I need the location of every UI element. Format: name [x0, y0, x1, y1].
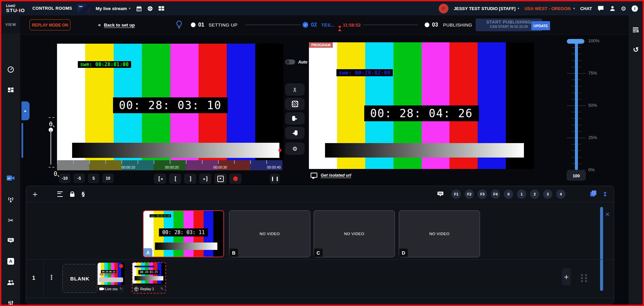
toggle-track[interactable]: [285, 59, 295, 64]
media-reel-icon[interactable]: [147, 5, 153, 12]
jump-fwd-10-button[interactable]: 10: [102, 174, 114, 183]
lightbulb-icon[interactable]: [176, 20, 182, 30]
replay-source-tile[interactable]: 00:28:01:25 Replay 1 ✎: [132, 262, 166, 294]
resize-updown-icon[interactable]: ↕: [602, 190, 608, 198]
jump-back-10-button[interactable]: -10: [59, 174, 70, 183]
volume-fader-track[interactable]: [575, 41, 578, 170]
edit-pencil-icon[interactable]: ✎: [119, 287, 123, 291]
sidebar-item-layouts[interactable]: [1, 87, 20, 94]
zoom-out-icon[interactable]: −: [54, 171, 57, 176]
record-button[interactable]: [229, 174, 241, 184]
globe-icon: [134, 287, 139, 291]
region-selector[interactable]: USA WEST - OREGON ▾: [525, 6, 575, 11]
unlock-icon[interactable]: [70, 193, 74, 197]
sidebar-item-captions-keyboard[interactable]: [1, 237, 20, 244]
sidebar-item-audio-mixer[interactable]: [1, 300, 20, 306]
duplicate-icon[interactable]: [590, 192, 595, 196]
no-video-label: NO VIDEO: [260, 232, 280, 236]
numkey-2-button[interactable]: 2: [530, 189, 539, 199]
zoom-slider-track[interactable]: [50, 130, 51, 165]
preview-monitor[interactable]: swe: 00:28:01:00 00: 28: 03: 10: [57, 44, 283, 161]
user-icon[interactable]: [609, 5, 615, 11]
numkey-0-button[interactable]: 0: [504, 189, 513, 199]
camera-icon: [99, 288, 103, 290]
cut-button[interactable]: ✂: [285, 83, 305, 96]
add-row-icon[interactable]: +: [32, 190, 38, 198]
slot-c-letter-badge: C: [314, 249, 323, 257]
fkey-f2-button[interactable]: F2: [465, 189, 474, 199]
no-transition-button[interactable]: [285, 98, 305, 110]
sidebar-item-graphics[interactable]: A: [1, 258, 20, 265]
slot-c-tile[interactable]: NO VIDEO C: [314, 210, 395, 257]
fader-value[interactable]: 100: [567, 171, 586, 180]
liveu-studio-logo[interactable]: LiveU STU▸IO: [6, 4, 25, 13]
back-to-setup-link[interactable]: « Back to set up: [98, 22, 135, 28]
jump-fwd-5-button[interactable]: 5: [88, 174, 99, 183]
close-panel-icon[interactable]: ✕: [605, 211, 610, 218]
info-icon[interactable]: i: [632, 5, 638, 12]
left-scroll-indicator[interactable]: [21, 123, 23, 158]
volume-fader-handle[interactable]: [567, 39, 584, 44]
program-monitor[interactable]: PROGRAM swe: 00:28:02:00 00: 28: 04: 26: [309, 42, 534, 169]
calendar-icon[interactable]: [136, 5, 142, 12]
drag-handle-dots[interactable]: [581, 274, 588, 281]
slot-a-preview-tile[interactable]: swe: 00:28:01:00 00: 28: 03: 11 A: [143, 210, 224, 257]
media-queue-icon[interactable]: [632, 27, 639, 33]
stream-thumbnail[interactable]: [77, 4, 90, 13]
sidebar-item-participants[interactable]: [1, 279, 20, 286]
panel-scrollbar[interactable]: [600, 207, 603, 291]
row-menu-kebab-icon[interactable]: ⋮: [48, 273, 55, 281]
sidebar-item-dashboard[interactable]: [1, 66, 20, 73]
control-rooms-link[interactable]: CONTROL ROOMS: [32, 6, 72, 11]
jump-back-5-button[interactable]: -5: [73, 174, 85, 183]
zoom-in-icon[interactable]: +: [49, 122, 52, 126]
numkey-4-button[interactable]: 4: [556, 189, 566, 199]
logo-stu: STU: [6, 8, 17, 13]
sidebar-item-broadcast[interactable]: [1, 195, 20, 203]
numkey-3-button[interactable]: 3: [543, 189, 552, 199]
numkey-1-button[interactable]: 1: [517, 189, 526, 199]
pause-button[interactable]: [270, 174, 280, 184]
live-source-tile[interactable]: 00:28:06:13 00:01:00 Live source ✎: [98, 263, 124, 293]
replay-mode-button[interactable]: REPLAY MODE ON: [30, 19, 70, 31]
chat-link[interactable]: CHAT: [580, 6, 592, 11]
layout-grid-icon[interactable]: [158, 5, 165, 11]
fkey-f1-button[interactable]: F1: [451, 189, 461, 199]
go-to-in-button[interactable]: [◂: [154, 174, 166, 184]
slide-left-icon: [294, 130, 298, 135]
mark-in-button[interactable]: [: [169, 174, 181, 184]
reset-undo-icon[interactable]: ↺: [633, 46, 639, 54]
section-link-icon[interactable]: §: [82, 191, 85, 198]
auto-transition-toggle[interactable]: Auto: [285, 59, 307, 64]
fader-label-75: 75%: [588, 71, 597, 76]
keyboard-shortcuts-icon[interactable]: [437, 191, 444, 197]
timeline-zoom-dashes: [49, 117, 54, 118]
get-isolated-url-link[interactable]: Get isolated url: [311, 173, 351, 178]
slot-b-tile[interactable]: NO VIDEO B: [229, 210, 310, 257]
clear-marks-button[interactable]: ✕: [214, 174, 226, 184]
edit-pencil-icon[interactable]: ✎: [160, 287, 164, 291]
avatar[interactable]: P: [439, 4, 448, 13]
chat-bubble-icon[interactable]: [597, 5, 604, 11]
gear-icon[interactable]: ⚙: [621, 5, 626, 12]
stream-name-dropdown[interactable]: My live stream ▾: [96, 6, 130, 11]
transition-settings-button[interactable]: ⚙: [285, 142, 305, 155]
update-button[interactable]: UPDATE: [531, 21, 550, 30]
transition-to-program-button[interactable]: ▸: [285, 112, 305, 125]
fkey-f3-button[interactable]: F3: [478, 189, 487, 199]
user-menu[interactable]: JESSY TEST STUDIO [STAFF] ▾: [454, 6, 519, 11]
workflow-header: REPLAY MODE ON « Back to set up 01 SETTI…: [20, 15, 629, 35]
transition-to-preview-button[interactable]: ◂: [285, 127, 305, 139]
step3-number: 03: [432, 22, 438, 28]
add-source-button[interactable]: +: [562, 268, 571, 286]
mark-out-button[interactable]: ]: [184, 174, 196, 184]
step1-label: SETTING UP: [209, 23, 237, 28]
blank-source-tile[interactable]: BLANK: [62, 264, 97, 293]
sidebar-item-video-sources[interactable]: [1, 175, 20, 181]
go-to-out-button[interactable]: ▸]: [199, 174, 211, 184]
fkey-f4-button[interactable]: F4: [491, 189, 500, 199]
sidebar-item-replay-scissors[interactable]: ✂: [1, 216, 20, 224]
expand-panel-tab[interactable]: ▸: [21, 101, 30, 120]
list-view-icon[interactable]: [57, 191, 63, 197]
slot-d-tile[interactable]: NO VIDEO D: [399, 210, 480, 257]
